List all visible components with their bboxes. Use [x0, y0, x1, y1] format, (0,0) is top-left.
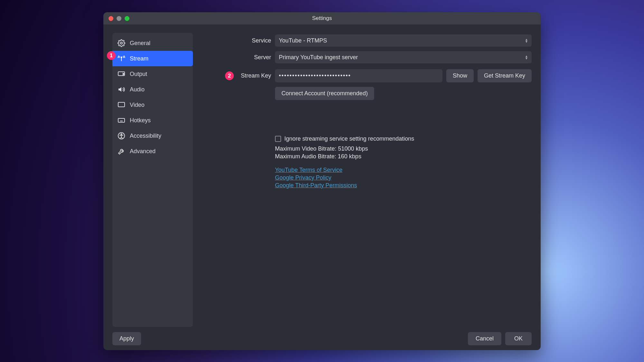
sidebar: 1 General Stream Output Audio — [112, 33, 193, 327]
titlebar: Settings — [103, 12, 541, 24]
sidebar-item-accessibility[interactable]: Accessibility — [112, 128, 193, 144]
server-label: Server — [199, 54, 275, 61]
sidebar-item-label: Output — [130, 71, 147, 78]
max-audio-bitrate: Maximum Audio Bitrate: 160 kbps — [275, 153, 532, 160]
sidebar-item-stream[interactable]: Stream — [112, 51, 193, 66]
sidebar-item-general[interactable]: General — [112, 35, 193, 51]
show-button[interactable]: Show — [446, 69, 474, 82]
monitor-icon — [118, 101, 125, 109]
chevron-updown-icon: ▲▼ — [524, 38, 529, 43]
ignore-recommendations-checkbox[interactable] — [275, 136, 281, 142]
ok-button[interactable]: OK — [505, 332, 532, 345]
sidebar-item-label: Stream — [130, 55, 148, 62]
annotation-badge-1: 1 — [107, 51, 116, 60]
tools-icon — [118, 147, 125, 155]
sidebar-item-output[interactable]: Output — [112, 66, 193, 82]
settings-content: 2 Service YouTube - RTMPS ▲▼ Server Prim… — [199, 33, 532, 327]
svg-point-11 — [121, 134, 122, 135]
chevron-updown-icon: ▲▼ — [524, 55, 529, 60]
apply-button[interactable]: Apply — [112, 332, 141, 345]
sidebar-item-label: Advanced — [130, 148, 156, 155]
close-icon[interactable] — [109, 16, 113, 21]
svg-rect-3 — [118, 102, 125, 107]
connect-account-button[interactable]: Connect Account (recommended) — [275, 87, 374, 100]
window-title: Settings — [103, 15, 541, 22]
gear-icon — [118, 39, 125, 47]
server-select[interactable]: Primary YouTube ingest server ▲▼ — [275, 51, 532, 63]
server-value: Primary YouTube ingest server — [279, 54, 358, 61]
get-stream-key-button[interactable]: Get Stream Key — [478, 69, 532, 82]
volume-icon — [118, 86, 125, 93]
sidebar-item-label: Video — [130, 102, 145, 108]
ignore-recommendations-label: Ignore streaming service setting recomme… — [284, 135, 414, 142]
dialog-footer: Apply Cancel OK — [103, 327, 541, 350]
google-thirdparty-link[interactable]: Google Third-Party Permissions — [275, 181, 532, 189]
svg-point-1 — [121, 57, 122, 58]
svg-rect-4 — [118, 118, 125, 122]
service-value: YouTube - RTMPS — [279, 37, 327, 44]
stream-key-label: Stream Key — [199, 72, 275, 79]
broadcast-icon — [118, 55, 125, 62]
sidebar-item-label: Audio — [130, 86, 145, 93]
sidebar-item-label: General — [130, 40, 150, 47]
sidebar-item-audio[interactable]: Audio — [112, 82, 193, 97]
google-privacy-link[interactable]: Google Privacy Policy — [275, 174, 532, 181]
max-video-bitrate: Maximum Video Bitrate: 51000 kbps — [275, 145, 532, 153]
service-select[interactable]: YouTube - RTMPS ▲▼ — [275, 34, 532, 47]
stream-key-input[interactable]: ••••••••••••••••••••••••••• — [275, 69, 442, 82]
service-label: Service — [199, 37, 275, 44]
sidebar-item-label: Hotkeys — [130, 117, 151, 124]
sidebar-item-advanced[interactable]: Advanced — [112, 144, 193, 159]
maximize-icon[interactable] — [125, 16, 129, 21]
accessibility-icon — [118, 132, 125, 140]
keyboard-icon — [118, 116, 125, 124]
cancel-button[interactable]: Cancel — [468, 332, 501, 345]
settings-window: Settings 1 General Stream Output — [103, 12, 541, 350]
svg-point-0 — [120, 42, 122, 44]
annotation-badge-2: 2 — [225, 71, 234, 80]
sidebar-item-video[interactable]: Video — [112, 97, 193, 113]
output-icon — [118, 70, 125, 78]
youtube-tos-link[interactable]: YouTube Terms of Service — [275, 166, 532, 174]
sidebar-item-label: Accessibility — [130, 133, 161, 139]
sidebar-item-hotkeys[interactable]: Hotkeys — [112, 113, 193, 128]
minimize-icon[interactable] — [117, 16, 121, 21]
